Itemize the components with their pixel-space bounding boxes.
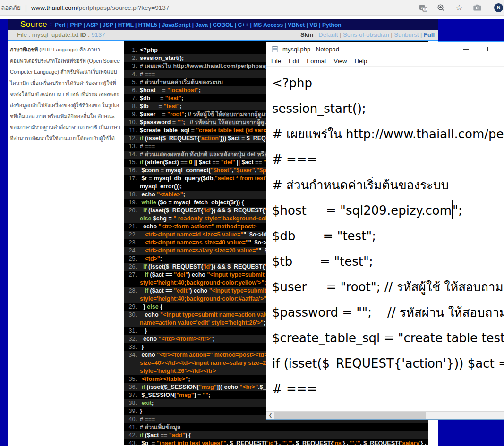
lang-link-python[interactable]: Python <box>322 22 342 28</box>
line-number: 2. <box>124 54 140 62</box>
code-text: } else { <box>140 303 162 311</box>
code-text: style='height:40;background-color:#aaffa… <box>140 295 268 303</box>
code-text: # === <box>140 143 155 151</box>
lang-link-php[interactable]: PHP <box>70 22 82 28</box>
skin-link-full[interactable]: Full <box>424 31 435 38</box>
line-number: 39. <box>124 407 140 415</box>
notepad-titlebar[interactable]: mysql.php - Notepad <box>266 42 504 56</box>
lang-link-c[interactable]: C++ <box>238 22 248 28</box>
line-number: 42. <box>124 431 140 439</box>
lang-link-java[interactable]: Java <box>196 22 208 28</box>
code-text: <td>"; <box>140 255 162 263</box>
menu-item-format[interactable]: Format <box>303 58 330 65</box>
code-text: $user = "root"; // รหัสผู้ใช้ ให้สอบถามจ… <box>140 110 269 118</box>
lang-link-ms-access[interactable]: MS Access <box>253 22 283 28</box>
sidebar-description: ภาษาพีเอชพี (PHP Language) คือ ภาษาคอมพิ… <box>8 41 124 445</box>
svg-text:文: 文 <box>423 7 427 11</box>
code-text: # เผยแพร่ใน http://www.thaiall.com/perlp… <box>140 62 271 70</box>
notepad-textarea[interactable]: <?phpsession_start();# เผยแพร่ใน http://… <box>266 67 504 411</box>
notepad-line: <?php <box>272 70 504 96</box>
line-number: 6. <box>124 86 140 94</box>
line-number: 37. <box>124 391 140 399</box>
notepad-icon <box>271 45 279 53</box>
lang-link-javascript[interactable]: JavaScript <box>162 22 191 28</box>
lang-link-html5[interactable]: HTML5 <box>138 22 157 28</box>
code-line-row: 41.# ส่วนเพิ่มข้อมูล <box>124 423 428 431</box>
line-number: 10. <box>124 118 140 126</box>
line-number: 5. <box>124 78 140 86</box>
menu-item-help[interactable]: Help <box>350 58 371 65</box>
translate-icon[interactable]: a文 <box>418 3 428 13</box>
lang-link-asp[interactable]: ASP <box>86 22 98 28</box>
menu-item-view[interactable]: View <box>330 58 351 65</box>
address-bar[interactable]: ลอดภัย | www.thaiall.com /perlphpasp/sou… <box>0 2 169 13</box>
code-text: # === <box>140 70 155 78</box>
lang-separator: | <box>113 22 118 28</box>
code-text: } <box>140 327 147 335</box>
code-text: exit; <box>140 399 154 407</box>
line-number: 22. <box>124 231 140 239</box>
line-number: 3. <box>124 62 140 70</box>
code-text: } <box>140 343 144 351</box>
line-number <box>124 279 140 287</box>
file-info-bar: File : mysql_update.txt ID : 9137 Skin :… <box>8 30 438 41</box>
code-text: echo "<table>"; <box>140 191 185 199</box>
code-text: # ส่วนเพิ่มข้อมูล <box>140 423 180 431</box>
code-text: <td><input name=id size=5 value="". $o->… <box>140 231 281 239</box>
lang-link-perl[interactable]: Perl <box>55 22 66 28</box>
window-maximize-button[interactable] <box>479 42 500 56</box>
bookmark-star-icon[interactable]: ☆ <box>454 3 464 13</box>
code-text: } <box>140 407 142 415</box>
line-number: 29. <box>124 303 140 311</box>
line-number: 23. <box>124 239 140 247</box>
notepad-line: $password = ""; // รหัสผ่าน ให้สอบถามจาก… <box>272 300 504 325</box>
line-number: 9. <box>124 110 140 118</box>
lang-separator: | <box>208 22 213 28</box>
lang-link-vbnet[interactable]: VBNet <box>288 22 305 28</box>
lang-link-cobol[interactable]: COBOL <box>213 22 233 28</box>
web-page: Source : Perl | PHP | ASP | JSP | HTML |… <box>0 19 504 446</box>
lang-separator: | <box>283 22 288 28</box>
line-number: 34. <box>124 351 140 359</box>
skin-link-default[interactable]: Default <box>318 31 338 38</box>
window-minimize-button[interactable] <box>455 42 477 56</box>
lang-separator: | <box>191 22 196 28</box>
lang-link-jsp[interactable]: JSP <box>103 22 113 28</box>
lang-link-vb[interactable]: VB <box>309 22 317 28</box>
code-text: # ส่วนแสดงผลหลัก ทั้งปกติ และหลังกดปุ่ม … <box>140 151 280 159</box>
notepad-line: if (isset($_REQUEST{'action'})) $act = $… <box>272 351 504 376</box>
toolbar-divider <box>490 4 490 12</box>
lang-separator: | <box>157 22 162 28</box>
scroll-left-arrow-icon[interactable]: ❮ <box>266 412 274 419</box>
security-label: ลอดภัย <box>1 2 21 13</box>
page-top-gap <box>0 16 504 19</box>
horizontal-scrollbar[interactable]: ❮ <box>266 411 504 419</box>
line-number: 14. <box>124 151 140 159</box>
menu-item-edit[interactable]: Edit <box>285 58 303 65</box>
notepad-menubar: FileEditFormatViewHelp <box>266 56 504 67</box>
notepad-line: # เผยแพร่ใน http://www.thaiall.com/perlp… <box>272 121 504 147</box>
line-number: 26. <box>124 263 140 271</box>
sidebar-paragraph: ภาษาพีเอชพี (PHP Language) คือ ภาษาคอมพิ… <box>10 44 120 144</box>
code-line: 42.if ($act == "add") { <box>124 431 428 439</box>
notepad-line: # === <box>272 147 504 172</box>
scrollbar-thumb[interactable] <box>274 412 426 419</box>
notepad-line: $tb = "test"; <box>272 249 504 274</box>
code-text: $password = ""; // รหัสผ่าน ให้สอบถามจาก… <box>140 118 272 126</box>
line-number: 8. <box>124 102 140 110</box>
lang-link-html[interactable]: HTML <box>118 22 134 28</box>
line-number <box>124 319 140 327</box>
menu-item-file[interactable]: File <box>267 58 285 65</box>
profile-avatar[interactable]: N <box>494 3 503 12</box>
page-title: Source <box>20 20 47 29</box>
url-divider: | <box>25 4 27 12</box>
skin-link-sunburst[interactable]: Sunburst <box>394 31 419 38</box>
line-number: 12. <box>124 135 140 143</box>
line-number: 21. <box>124 223 140 231</box>
zoom-icon[interactable] <box>436 3 446 13</box>
line-number: 33. <box>124 343 140 351</box>
code-text: style='height:40;background-color:yellow… <box>140 279 266 287</box>
camera-icon[interactable] <box>472 3 482 13</box>
line-number: 1. <box>124 46 140 54</box>
skin-link-sons-of-obsidian[interactable]: Sons-of-obsidian <box>343 31 389 38</box>
